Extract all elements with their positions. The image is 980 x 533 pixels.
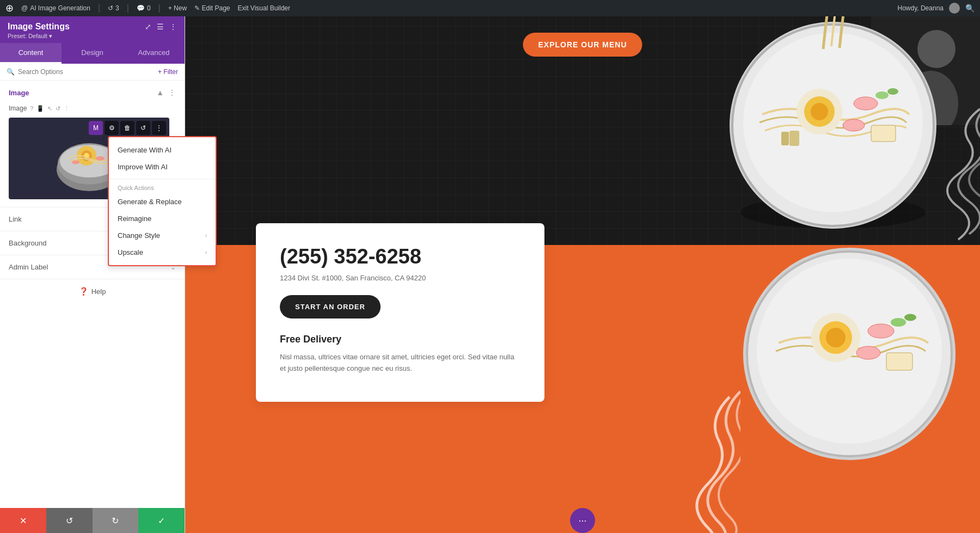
help-circle-icon: ❓ <box>79 287 88 296</box>
cursor-icon[interactable]: ↖ <box>47 105 52 112</box>
section-more-icon[interactable]: ⋮ <box>168 88 176 97</box>
tab-advanced[interactable]: Advanced <box>123 43 185 64</box>
tab-content[interactable]: Content <box>0 43 62 64</box>
orange-bowl-svg <box>730 229 969 490</box>
tab-design[interactable]: Design <box>62 43 123 64</box>
svg-point-33 <box>856 346 880 359</box>
image-section-header[interactable]: Image ▲ ⋮ <box>0 81 185 105</box>
search-icon: 🔍 <box>7 68 15 76</box>
wordpress-icon[interactable]: ⊕ <box>5 2 14 14</box>
main-layout: Image Settings ⤢ ☰ ⋮ Preset: Default ▾ C… <box>0 16 980 533</box>
delivery-text: Nisl massa, ultrices vitae ornare sit am… <box>280 352 520 375</box>
comment-icon: 💬 <box>137 4 145 12</box>
svg-point-31 <box>826 328 846 347</box>
wave-decoration-orange <box>632 386 740 533</box>
delete-button[interactable]: 🗑 <box>120 121 134 135</box>
history-icon: ↺ <box>108 4 113 12</box>
phone-number: (255) 352-6258 <box>280 245 520 268</box>
ai-icon: @ <box>21 4 28 12</box>
search-options-input[interactable] <box>18 68 155 76</box>
grid-icon[interactable]: ☰ <box>157 22 164 31</box>
upscale-item[interactable]: Upscale › <box>109 244 216 261</box>
svg-point-36 <box>904 314 916 321</box>
help-link[interactable]: Help <box>91 287 106 296</box>
background-section-title: Background <box>9 239 46 247</box>
collapse-icon[interactable]: ▲ <box>156 88 164 97</box>
wave-decoration <box>893 82 980 245</box>
quick-actions-label: Quick Actions <box>109 182 216 193</box>
improve-with-ai-item[interactable]: Improve With AI <box>109 158 216 175</box>
generate-with-ai-item[interactable]: Generate With AI <box>109 142 216 158</box>
redo-footer-button[interactable]: ↻ <box>93 508 139 533</box>
more-options-icon[interactable]: ⋮ <box>64 105 70 112</box>
top-bar: ⊕ @ AI Image Generation | ↺ 3 | 💬 0 | + … <box>0 0 980 16</box>
comments-item[interactable]: 💬 0 <box>137 4 151 12</box>
save-icon: ✓ <box>158 516 165 526</box>
admin-label-title: Admin Label <box>9 263 48 271</box>
help-icon[interactable]: ? <box>30 105 33 112</box>
svg-point-19 <box>843 119 865 131</box>
history-item[interactable]: ↺ 3 <box>108 4 119 12</box>
orange-section: (255) 352-6258 1234 Divi St. #1000, San … <box>185 245 980 533</box>
search-icon[interactable]: 🔍 <box>965 4 975 13</box>
address: 1234 Divi St. #1000, San Francisco, CA 9… <box>280 274 520 282</box>
svg-point-32 <box>868 324 894 338</box>
panel-tabs: Content Design Advanced <box>0 43 185 64</box>
undo-button[interactable]: ↺ <box>136 121 150 135</box>
svg-point-6 <box>96 156 105 161</box>
right-content: EXPLORE OUR MENU <box>185 16 980 533</box>
menu-separator <box>109 179 216 179</box>
undo-footer-button[interactable]: ↺ <box>46 508 93 533</box>
svg-point-18 <box>854 97 878 110</box>
dropdown-menu: Generate With AI Improve With AI Quick A… <box>108 136 217 266</box>
cancel-button[interactable]: ✕ <box>0 508 46 533</box>
panel-title: Image Settings <box>8 22 70 32</box>
free-delivery-title: Free Delivery <box>280 334 520 345</box>
image-section-title: Image <box>9 89 29 97</box>
reset-icon[interactable]: ↺ <box>56 105 60 112</box>
change-style-arrow: › <box>205 232 207 238</box>
ai-button[interactable]: M <box>89 121 103 135</box>
section-icons: ▲ ⋮ <box>156 88 176 97</box>
link-section-title: Link <box>9 215 22 223</box>
info-card: (255) 352-6258 1234 Divi St. #1000, San … <box>256 223 544 402</box>
left-panel: Image Settings ⤢ ☰ ⋮ Preset: Default ▾ C… <box>0 16 185 533</box>
svg-point-20 <box>875 91 889 99</box>
generate-replace-item[interactable]: Generate & Replace <box>109 193 216 210</box>
ai-image-generation-link[interactable]: @ AI Image Generation <box>21 4 90 12</box>
filter-button[interactable]: + Filter <box>158 68 178 76</box>
redo-icon: ↻ <box>112 516 119 526</box>
svg-point-17 <box>811 103 828 120</box>
panel-footer: ✕ ↺ ↻ ✓ <box>0 508 185 533</box>
orange-section-bowl <box>730 229 969 501</box>
svg-rect-22 <box>871 125 896 142</box>
top-bar-left: ⊕ @ AI Image Generation | ↺ 3 | 💬 0 | + … <box>5 2 290 14</box>
more-button[interactable]: ⋮ <box>152 121 166 135</box>
mobile-icon[interactable]: 📱 <box>36 105 44 112</box>
top-bar-right: Howdy, Deanna 🔍 <box>898 3 975 14</box>
save-button[interactable]: ✓ <box>138 508 185 533</box>
preset-selector[interactable]: Preset: Default ▾ <box>8 33 177 40</box>
exit-visual-builder-button[interactable]: Exit Visual Builder <box>238 4 291 12</box>
start-order-button[interactable]: START AN ORDER <box>280 295 381 318</box>
help-section: ❓ Help <box>0 279 185 303</box>
upscale-arrow: › <box>205 249 207 255</box>
svg-point-35 <box>891 318 906 327</box>
change-style-item[interactable]: Change Style › <box>109 227 216 244</box>
duplicate-icon[interactable]: ⤢ <box>145 22 151 31</box>
svg-point-7 <box>72 161 79 164</box>
undo-icon: ↺ <box>66 516 73 526</box>
panel-header: Image Settings ⤢ ☰ ⋮ Preset: Default ▾ <box>0 16 185 43</box>
svg-rect-34 <box>886 353 912 370</box>
new-button[interactable]: + New <box>168 4 187 12</box>
explore-menu-button[interactable]: EXPLORE OUR MENU <box>523 33 642 57</box>
fab-button[interactable]: ··· <box>570 508 595 533</box>
panel-search: 🔍 + Filter <box>0 64 185 81</box>
more-icon[interactable]: ⋮ <box>169 22 177 31</box>
image-label-row: Image ? 📱 ↖ ↺ ⋮ <box>9 105 176 112</box>
image-field-label: Image <box>9 105 27 112</box>
edit-page-button[interactable]: ✎ Edit Page <box>194 4 230 12</box>
settings-button[interactable]: ⚙ <box>105 121 119 135</box>
reimagine-item[interactable]: Reimagine <box>109 210 216 227</box>
user-avatar[interactable] <box>949 3 960 14</box>
